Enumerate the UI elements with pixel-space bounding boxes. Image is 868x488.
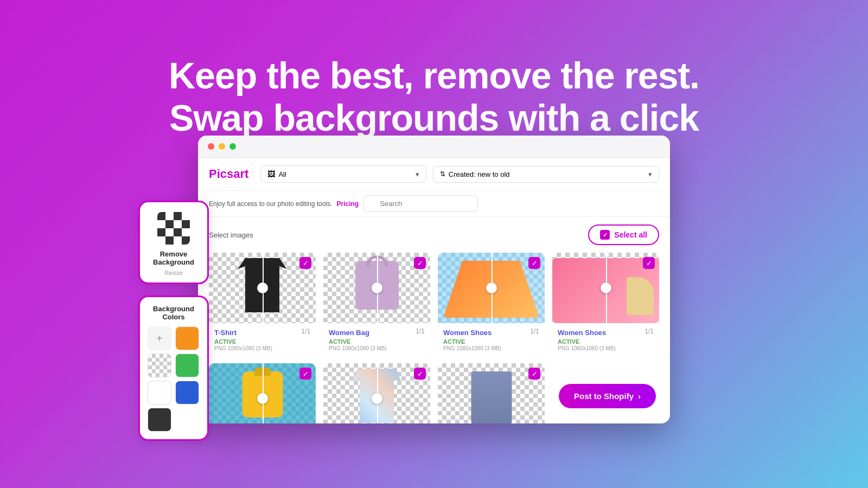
card-count-heels: 1/1 (644, 328, 654, 335)
window-titlebar (198, 136, 670, 158)
card-status-shoes: ACTIVE (443, 338, 539, 345)
background-colors-title: Background Colors (148, 305, 200, 321)
post-shopify-wrapper: Post to Shopify › (559, 384, 656, 408)
sort-dropdown[interactable]: ⇅ Created: new to old ▾ (433, 166, 659, 183)
check-badge: ✓ (299, 368, 311, 380)
filter-dropdown[interactable]: 🖼 All ▾ (260, 165, 426, 183)
select-images-bar: Select images ✓ Select all (209, 224, 659, 245)
maximize-dot (229, 143, 236, 150)
card-status-tshirt: ACTIVE (214, 338, 310, 345)
filter-all-label: All (278, 170, 286, 178)
card-meta-tshirt: PNG 1080x1080 (3 MB) (214, 345, 310, 351)
search-wrapper: 🔍 (363, 195, 659, 212)
checkerboard-icon (157, 212, 190, 245)
card-count-shoes: 1/1 (530, 328, 539, 335)
post-shopify-label: Post to Shopify (574, 391, 634, 401)
minimize-dot (219, 143, 225, 150)
remove-background-panel[interactable]: Remove Background Resize (138, 201, 209, 284)
post-shopify-arrow-icon: › (638, 391, 641, 401)
sort-arrow-icon: ▾ (648, 170, 652, 178)
select-all-label: Select all (614, 230, 647, 239)
image-card-hoodie[interactable]: ✓ Tie-Dye Hoodie 1/1 ACTIVE PNG 1080x108… (323, 363, 430, 423)
transparent-swatch[interactable] (148, 354, 171, 377)
promo-bar: Enjoy full access to our photo editing t… (198, 191, 670, 217)
top-bar: Picsart 🖼 All ▾ ⇅ Created: new to old ▾ (198, 158, 670, 191)
card-meta-heels: PNG 1080x1080 (3 MB) (558, 345, 654, 351)
card-status-heels: ACTIVE (558, 338, 654, 345)
card-title-tshirt: T-Shirt (214, 329, 237, 337)
green-swatch[interactable] (175, 354, 199, 377)
search-input[interactable] (363, 195, 478, 212)
headline-line2: Swap backgrounds with a click (0, 97, 868, 139)
image-card-backpack[interactable]: ✓ Backpack 1/1 ACTIVE PNG 1080x1080 (3 M… (209, 363, 316, 423)
add-color-swatch[interactable]: + (148, 326, 171, 350)
app-window: Picsart 🖼 All ▾ ⇅ Created: new to old ▾ … (198, 136, 670, 423)
card-meta-bag: PNG 1080x1080 (3 MB) (329, 345, 425, 351)
promo-text: Enjoy full access to our photo editing t… (209, 200, 332, 208)
card-title-bag: Women Bag (329, 329, 369, 337)
card-count-bag: 1/1 (416, 328, 425, 335)
resize-label: Resize (148, 269, 200, 276)
post-shopify-button[interactable]: Post to Shopify › (559, 384, 656, 408)
dark-swatch[interactable] (148, 408, 171, 432)
headline: Keep the best, remove the rest. Swap bac… (0, 22, 868, 139)
check-badge: ✓ (414, 368, 426, 380)
select-all-button[interactable]: ✓ Select all (588, 224, 659, 245)
picsart-logo: Picsart (209, 167, 248, 181)
card-meta-shoes: PNG 1080x1080 (3 MB) (443, 345, 539, 351)
blue-swatch[interactable] (175, 381, 199, 404)
headline-line1: Keep the best, remove the rest. (0, 54, 868, 97)
check-badge: ✓ (528, 257, 540, 269)
check-badge: ✓ (528, 368, 540, 380)
image-card-bag[interactable]: ✓ Women Bag 1/1 ACTIVE PNG 1080x1080 (3 … (323, 253, 430, 356)
image-card-tshirt[interactable]: ✓ T-Shirt 1/1 ACTIVE PNG 1080x1080 (3 MB… (209, 253, 316, 356)
white-swatch[interactable] (148, 381, 171, 404)
check-badge: ✓ (414, 257, 426, 269)
color-swatches: + (148, 326, 200, 432)
card-status-bag: ACTIVE (329, 338, 425, 345)
sort-label: Created: new to old (449, 170, 510, 178)
remove-background-label: Remove Background (148, 250, 200, 266)
select-all-checkbox-icon: ✓ (600, 230, 610, 240)
check-badge: ✓ (299, 257, 311, 269)
image-card-shoes[interactable]: ✓ Women Shoes 1/1 ACTIVE PNG 1080x1080 (… (438, 253, 545, 356)
background-colors-panel[interactable]: Background Colors + (138, 296, 209, 441)
pricing-link[interactable]: Pricing (336, 200, 359, 208)
close-dot (208, 143, 214, 150)
select-images-label: Select images (209, 231, 253, 239)
image-card-heels[interactable]: ✓ Women Shoes 1/1 ACTIVE PNG 1080x1080 (… (552, 253, 659, 356)
card-title-shoes: Women Shoes (443, 329, 492, 337)
card-title-heels: Women Shoes (558, 329, 606, 337)
check-badge: ✓ (643, 257, 655, 269)
image-card-jeans[interactable]: ✓ Jeans 1/1 ACTIVE PNG 1080x1080 (3 MB) (438, 363, 545, 423)
card-count-tshirt: 1/1 (301, 328, 310, 335)
orange-swatch[interactable] (175, 326, 199, 350)
filter-arrow-icon: ▾ (416, 170, 419, 178)
